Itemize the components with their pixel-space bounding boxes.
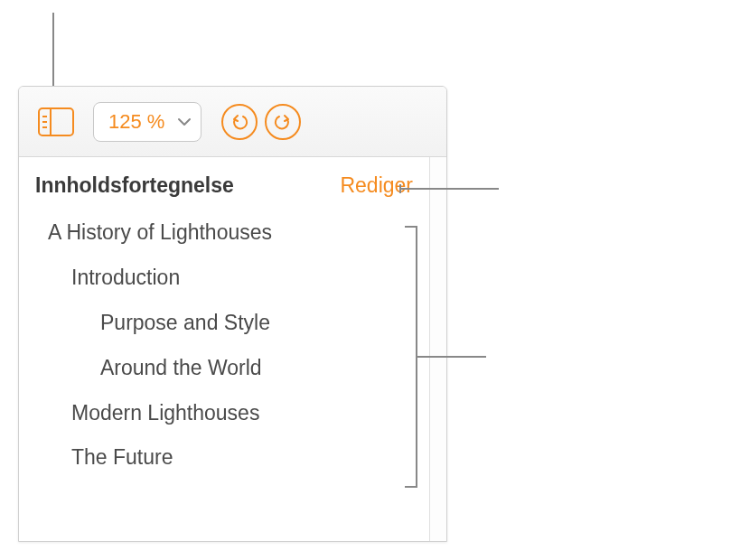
toc-title: Innholdsfortegnelse [35, 173, 234, 198]
redo-icon [273, 112, 293, 132]
callout-bracket [405, 226, 417, 488]
undo-button[interactable] [221, 104, 258, 140]
edit-button[interactable]: Rediger [340, 173, 413, 198]
sidebar-panel-icon [38, 107, 74, 136]
chevron-down-icon [177, 117, 192, 126]
view-options-button[interactable] [33, 102, 79, 142]
toc-item[interactable]: A History of Lighthouses [35, 210, 413, 256]
zoom-value: 125 % [108, 110, 164, 134]
zoom-select[interactable]: 125 % [93, 102, 201, 142]
toc-item[interactable]: The Future [35, 435, 413, 481]
toc-sidebar: Innholdsfortegnelse Rediger A History of… [19, 157, 430, 541]
callout-line [52, 13, 54, 89]
toc-item[interactable]: Purpose and Style [35, 301, 413, 346]
toolbar: 125 % [19, 87, 446, 157]
toc-item[interactable]: Around the World [35, 346, 413, 391]
undo-redo-group [221, 104, 301, 140]
toc-item[interactable]: Introduction [35, 256, 413, 301]
undo-icon [230, 112, 249, 132]
redo-button[interactable] [265, 104, 301, 140]
callout-line [417, 356, 486, 358]
callout-line [399, 188, 499, 190]
toc-header: Innholdsfortegnelse Rediger [19, 157, 429, 210]
toc-list: A History of Lighthouses Introduction Pu… [19, 210, 429, 481]
app-window: 125 % Innholdsfor [18, 86, 447, 542]
toc-item[interactable]: Modern Lighthouses [35, 391, 413, 436]
